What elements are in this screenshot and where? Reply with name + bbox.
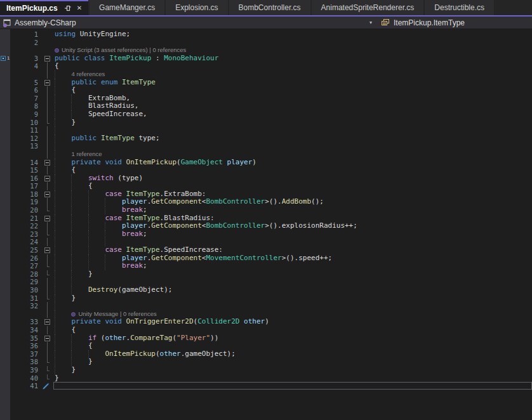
code-line[interactable]: private void OnItemPickup(GameObject pla…: [53, 159, 532, 167]
breakpoint-margin[interactable]: [0, 102, 10, 110]
breakpoint-margin[interactable]: [0, 246, 10, 254]
breakpoint-margin[interactable]: [0, 142, 10, 150]
code-row[interactable]: 13: [0, 142, 532, 150]
code-row[interactable]: 41: [0, 382, 532, 390]
code-line[interactable]: switch (type): [53, 174, 532, 183]
code-line[interactable]: public class ItemPickup : MonoBehaviour: [53, 55, 532, 63]
code-line[interactable]: OnItemPickup(other.gameObject);: [53, 350, 532, 358]
fold-collapse-icon[interactable]: [44, 80, 50, 86]
tab-ItemPickup-cs[interactable]: ItemPickup.cs✕: [0, 0, 88, 15]
fold-collapse-icon[interactable]: [44, 319, 50, 325]
breakpoint-margin[interactable]: [0, 95, 10, 103]
code-row[interactable]: 39 }: [0, 366, 532, 374]
code-line[interactable]: }: [53, 374, 532, 383]
code-line[interactable]: [53, 39, 532, 47]
code-line[interactable]: }: [53, 270, 532, 279]
tab-AnimatedSpriteRenderer-cs[interactable]: AnimatedSpriteRenderer.cs: [312, 0, 424, 15]
breakpoint-margin[interactable]: [0, 374, 10, 383]
code-row[interactable]: 14 private void OnItemPickup(GameObject …: [0, 159, 532, 167]
breakpoint-margin[interactable]: [0, 119, 10, 127]
breakpoint-margin[interactable]: [0, 62, 10, 70]
breakpoint-margin[interactable]: [0, 79, 10, 87]
code-row[interactable]: 32: [0, 302, 532, 310]
code-row[interactable]: 4{: [0, 62, 532, 70]
code-row[interactable]: 13public class ItemPickup : MonoBehaviou…: [0, 55, 532, 63]
breakpoint-margin[interactable]: [0, 270, 10, 279]
code-line[interactable]: {: [53, 62, 532, 70]
code-line[interactable]: break;: [53, 230, 532, 239]
tab-GameManger-cs[interactable]: GameManger.cs: [90, 0, 164, 15]
code-line[interactable]: public ItemType type;: [53, 135, 532, 143]
breakpoint-margin[interactable]: [0, 126, 10, 135]
breakpoint-margin[interactable]: [0, 135, 10, 143]
code-row[interactable]: 2: [0, 39, 532, 47]
close-icon[interactable]: ✕: [77, 5, 82, 11]
code-row[interactable]: 1using UnityEngine;: [0, 30, 532, 39]
breakpoint-margin[interactable]: [0, 182, 10, 190]
code-line[interactable]: public enum ItemType: [53, 79, 532, 87]
breakpoint-margin[interactable]: [0, 254, 10, 263]
breakpoint-margin[interactable]: [0, 350, 10, 358]
breakpoint-margin[interactable]: 1: [0, 55, 10, 63]
code-row[interactable]: 31 }: [0, 294, 532, 303]
code-line[interactable]: if (other.CompareTag("Player")): [53, 334, 532, 343]
code-line[interactable]: [53, 382, 532, 390]
breakpoint-margin[interactable]: [0, 214, 10, 223]
breakpoint-margin[interactable]: [0, 166, 10, 174]
code-row[interactable]: 38 }: [0, 358, 532, 366]
code-row[interactable]: 9 SpeedIncrease,: [0, 110, 532, 119]
breakpoint-margin[interactable]: [0, 382, 10, 390]
breakpoint-margin[interactable]: [0, 222, 10, 230]
project-dropdown[interactable]: Assembly-CSharp ▾: [0, 16, 381, 29]
code-line[interactable]: SpeedIncrease,: [53, 110, 532, 119]
breakpoint-margin[interactable]: [0, 110, 10, 119]
code-row[interactable]: 23 break;: [0, 230, 532, 239]
code-line[interactable]: private void OnTriggerEnter2D(Collider2D…: [53, 318, 532, 326]
breakpoint-margin[interactable]: [0, 230, 10, 239]
reference-badge[interactable]: 1: [1, 55, 10, 63]
code-line[interactable]: }: [53, 294, 532, 303]
breakpoint-margin[interactable]: [0, 190, 10, 199]
fold-collapse-icon[interactable]: [44, 247, 50, 253]
breakpoint-margin[interactable]: [0, 30, 10, 39]
code-line[interactable]: }: [53, 358, 532, 366]
breakpoint-margin[interactable]: [0, 358, 10, 366]
breakpoint-margin[interactable]: [0, 278, 10, 286]
pin-icon[interactable]: [64, 4, 72, 12]
code-line[interactable]: Destroy(gameObject);: [53, 286, 532, 294]
code-row[interactable]: 10 }: [0, 119, 532, 127]
breakpoint-margin[interactable]: [0, 174, 10, 183]
code-editor[interactable]: 1using UnityEngine;2Unity Script (3 asse…: [0, 29, 532, 420]
fold-collapse-icon[interactable]: [44, 176, 50, 181]
code-row[interactable]: 33 private void OnTriggerEnter2D(Collide…: [0, 318, 532, 326]
fold-collapse-icon[interactable]: [44, 56, 50, 62]
code-row[interactable]: 5 public enum ItemType: [0, 79, 532, 87]
breakpoint-margin[interactable]: [0, 318, 10, 326]
code-line[interactable]: [53, 302, 532, 310]
chevron-down-icon[interactable]: ▾: [367, 20, 381, 25]
member-dropdown[interactable]: ItemPickup.ItemType: [381, 16, 532, 29]
code-line[interactable]: [53, 142, 532, 150]
breakpoint-margin[interactable]: [0, 198, 10, 206]
breakpoint-margin[interactable]: [0, 159, 10, 167]
code-row[interactable]: 30 Destroy(gameObject);: [0, 286, 532, 294]
breakpoint-margin[interactable]: [0, 366, 10, 374]
code-row[interactable]: 12 public ItemType type;: [0, 135, 532, 143]
code-line[interactable]: }: [53, 366, 532, 374]
code-line[interactable]: break;: [53, 262, 532, 270]
breakpoint-margin[interactable]: [0, 302, 10, 310]
breakpoint-margin[interactable]: [0, 294, 10, 303]
fold-collapse-icon[interactable]: [44, 336, 50, 341]
tab-BombController-cs[interactable]: BombController.cs: [229, 0, 310, 15]
fold-collapse-icon[interactable]: [44, 160, 50, 166]
code-line[interactable]: }: [53, 119, 532, 127]
code-row[interactable]: 40}: [0, 374, 532, 383]
breakpoint-margin[interactable]: [0, 238, 10, 246]
breakpoint-margin[interactable]: [0, 86, 10, 95]
breakpoint-margin[interactable]: [0, 286, 10, 294]
breakpoint-margin[interactable]: [0, 334, 10, 343]
fold-collapse-icon[interactable]: [44, 216, 50, 221]
fold-collapse-icon[interactable]: [44, 192, 50, 197]
breakpoint-margin[interactable]: [0, 39, 10, 47]
breakpoint-margin[interactable]: [0, 206, 10, 214]
